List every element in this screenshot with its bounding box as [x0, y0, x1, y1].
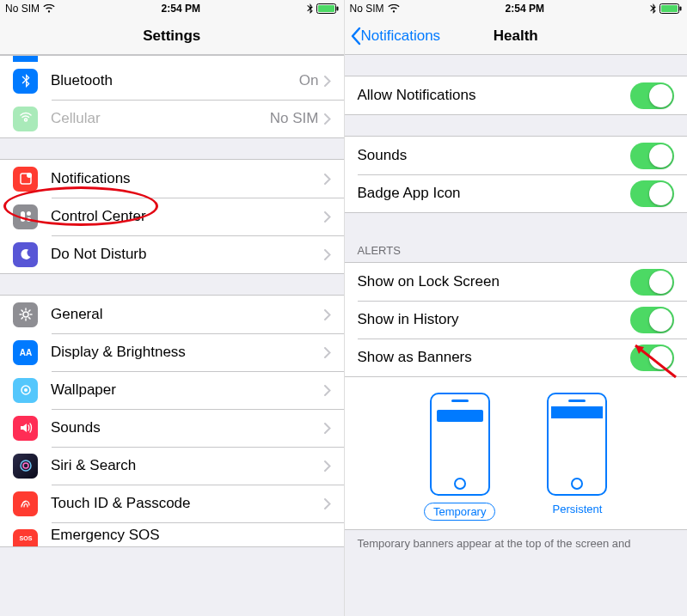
- fingerprint-icon: [13, 491, 38, 516]
- carrier-label: No SIM: [5, 3, 40, 15]
- row-label: Siri & Search: [51, 457, 324, 474]
- clock: 2:54 PM: [506, 3, 544, 15]
- settings-row-general[interactable]: General: [0, 296, 344, 333]
- cellular-icon: [13, 107, 38, 131]
- svg-point-12: [21, 460, 31, 471]
- toggle-badge[interactable]: [630, 180, 674, 207]
- svg-point-4: [27, 173, 32, 178]
- settings-row-sounds[interactable]: Sounds: [0, 409, 344, 447]
- svg-text:SOS: SOS: [19, 535, 32, 541]
- row-label: Sounds: [358, 147, 631, 164]
- row-label: Allow Notifications: [358, 87, 631, 104]
- clock: 2:54 PM: [162, 3, 200, 15]
- row-label: Wallpaper: [51, 381, 324, 399]
- wallpaper-icon: [13, 378, 38, 403]
- settings-row-cellular[interactable]: Cellular No SIM: [0, 100, 344, 137]
- health-notifications-panel: No SIM 2:54 PM Notifications Health Allo…: [344, 0, 688, 616]
- page-title: Settings: [0, 27, 344, 45]
- back-button[interactable]: Notifications: [345, 27, 441, 46]
- row-label: Do Not Disturb: [51, 246, 324, 263]
- chevron-right-icon: [324, 113, 331, 125]
- settings-row-notifications[interactable]: Notifications: [0, 160, 344, 198]
- row-badge: Badge App Icon: [345, 174, 688, 212]
- row-detail: On: [299, 72, 319, 89]
- svg-point-8: [23, 312, 28, 317]
- status-bar: No SIM 2:54 PM: [345, 0, 688, 17]
- option-label: Temporary: [424, 503, 495, 521]
- row-lock-screen: Show on Lock Screen: [345, 263, 688, 301]
- chevron-right-icon: [324, 423, 331, 434]
- siri-icon: [13, 454, 38, 479]
- settings-row-display[interactable]: AA Display & Brightness: [0, 333, 344, 371]
- sounds-icon: [13, 416, 38, 441]
- back-label: Notifications: [361, 27, 441, 45]
- phone-illustration-persistent: [547, 393, 607, 496]
- svg-rect-1: [318, 5, 334, 12]
- row-detail: No SIM: [270, 110, 319, 127]
- settings-row-siri[interactable]: Siri & Search: [0, 447, 344, 485]
- display-icon: AA: [13, 340, 38, 365]
- chevron-right-icon: [324, 76, 331, 87]
- settings-row-touchid[interactable]: Touch ID & Passcode: [0, 485, 344, 522]
- nav-bar: Notifications Health: [345, 17, 688, 55]
- row-allow-notifications: Allow Notifications: [345, 76, 688, 114]
- toggle-allow-notifications[interactable]: [630, 82, 674, 109]
- svg-rect-16: [661, 5, 678, 12]
- alerts-header: ALERTS: [345, 239, 688, 262]
- nav-bar: Settings: [0, 17, 344, 55]
- chevron-right-icon: [324, 460, 331, 472]
- svg-rect-6: [27, 211, 31, 216]
- control-center-icon: [13, 204, 38, 229]
- svg-point-11: [24, 388, 28, 392]
- bluetooth-icon: [650, 3, 656, 14]
- row-label: Sounds: [51, 419, 324, 436]
- wifi-icon: [43, 4, 55, 13]
- row-label: Touch ID & Passcode: [51, 495, 324, 512]
- row-sounds: Sounds: [345, 137, 688, 174]
- chevron-right-icon: [324, 174, 331, 185]
- row-label: Show as Banners: [358, 349, 631, 366]
- notifications-icon: [13, 167, 38, 192]
- svg-point-13: [23, 463, 28, 468]
- battery-icon: [659, 3, 682, 14]
- svg-rect-5: [21, 211, 25, 222]
- row-label: General: [51, 306, 324, 323]
- chevron-right-icon: [324, 385, 331, 396]
- chevron-right-icon: [324, 347, 331, 358]
- row-label: Badge App Icon: [358, 185, 631, 202]
- toggle-sounds[interactable]: [630, 143, 674, 169]
- chevron-right-icon: [324, 498, 331, 509]
- toggle-lock-screen[interactable]: [630, 269, 674, 296]
- banner-option-temporary[interactable]: Temporary: [424, 393, 495, 521]
- truncated-row-top: [0, 55, 344, 62]
- row-banners: Show as Banners: [345, 338, 688, 376]
- chevron-right-icon: [324, 249, 331, 260]
- toggle-history[interactable]: [630, 307, 674, 333]
- option-label: Persistent: [553, 503, 603, 515]
- carrier-label: No SIM: [350, 3, 384, 15]
- gear-icon: [13, 302, 38, 327]
- bluetooth-app-icon: [13, 69, 38, 94]
- svg-rect-7: [27, 217, 31, 222]
- status-bar: No SIM 2:54 PM: [0, 0, 344, 17]
- row-history: Show in History: [345, 301, 688, 338]
- footer-text: Temporary banners appear at the top of t…: [345, 530, 688, 552]
- settings-row-dnd[interactable]: Do Not Disturb: [0, 235, 344, 273]
- row-label: Bluetooth: [51, 72, 299, 89]
- chevron-right-icon: [324, 211, 331, 223]
- wifi-icon: [388, 4, 400, 13]
- banner-option-persistent[interactable]: Persistent: [547, 393, 607, 521]
- settings-row-bluetooth[interactable]: Bluetooth On: [0, 62, 344, 100]
- svg-text:AA: AA: [19, 348, 31, 357]
- dnd-icon: [13, 242, 38, 267]
- row-label: Display & Brightness: [51, 344, 324, 361]
- svg-rect-2: [336, 7, 338, 11]
- settings-row-control-center[interactable]: Control Center: [0, 198, 344, 235]
- settings-row-sos[interactable]: SOS Emergency SOS: [0, 522, 344, 546]
- row-label: Cellular: [51, 110, 270, 127]
- row-label: Emergency SOS: [51, 529, 331, 541]
- sos-icon: SOS: [13, 529, 38, 546]
- banner-style-row: Temporary Persistent: [345, 377, 688, 530]
- settings-row-wallpaper[interactable]: Wallpaper: [0, 371, 344, 409]
- chevron-right-icon: [324, 309, 331, 320]
